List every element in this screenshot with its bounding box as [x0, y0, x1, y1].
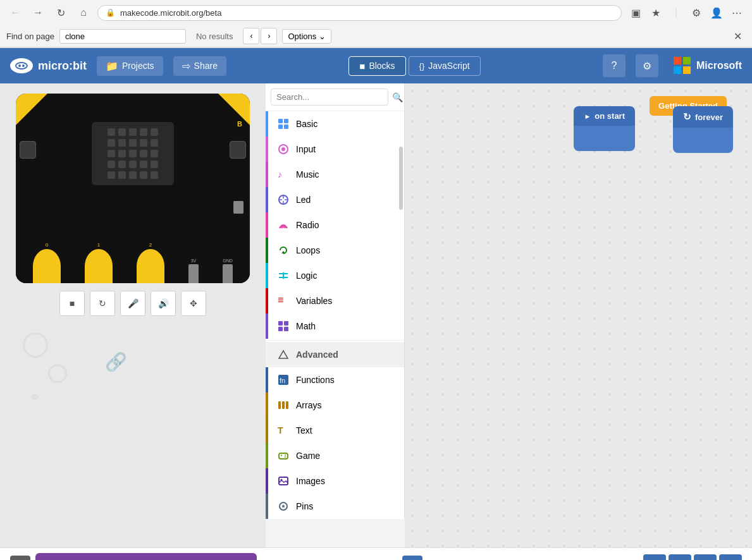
svg-text:T: T [278, 425, 283, 435]
led-1-4 [151, 139, 158, 147]
share-icon: ⇨ [182, 60, 190, 72]
logo-text: micro:bit [38, 59, 87, 73]
download-button[interactable]: ⬇ Download [35, 553, 257, 560]
led-4-3 [140, 171, 147, 179]
svg-rect-12 [278, 327, 283, 331]
record-button[interactable]: 🎤 [120, 291, 145, 316]
sidebar-item-input[interactable]: Input [266, 137, 404, 162]
share-button[interactable]: ⇨ Share [173, 56, 226, 76]
reader-view-button[interactable]: ▣ [627, 4, 644, 21]
home-button[interactable]: ⌂ [75, 4, 92, 21]
javascript-tab[interactable]: {} JavaScript [409, 56, 481, 76]
sidebar-item-variables[interactable]: ≡ Variables [266, 288, 404, 313]
button-b[interactable] [230, 141, 246, 159]
led-3-1 [118, 161, 126, 168]
sim-controls: ■ ↻ 🎤 🔊 ✥ [59, 291, 206, 316]
ms-square-yellow [683, 66, 691, 74]
mute-button[interactable]: 🔊 [151, 291, 176, 316]
sidebar-item-loops[interactable]: Loops [266, 238, 404, 263]
forward-button[interactable]: → [29, 4, 47, 21]
blocks-tab[interactable]: ■ Blocks [348, 56, 405, 76]
ms-square-green [683, 57, 691, 64]
sidebar-item-label: Game [296, 451, 320, 461]
pin-0[interactable]: 0 [33, 242, 61, 283]
sidebar-item-led[interactable]: Led [266, 187, 404, 212]
logo-oval [10, 58, 33, 73]
radio-icon [277, 219, 290, 231]
find-options-button[interactable]: Options ⌄ [282, 29, 331, 44]
workspace[interactable]: Getting Started ► on start ↻ forever [405, 83, 752, 547]
search-icon: 🔍 [392, 92, 403, 102]
bookmark-button[interactable]: ★ [647, 4, 665, 21]
sidebar-item-advanced[interactable]: Advanced [266, 342, 404, 367]
sidebar-item-basic[interactable]: Basic [266, 111, 404, 137]
forever-block[interactable]: ↻ forever [673, 106, 733, 153]
toolbox-scrollbar[interactable] [398, 109, 404, 547]
led-3-3 [140, 161, 147, 168]
stop-button[interactable]: ■ [59, 291, 85, 316]
fullscreen-icon: ✥ [190, 298, 197, 308]
undo-redo-group: ↩ ↪ + − [643, 554, 742, 561]
pin-gnd: GND [223, 259, 233, 283]
projects-button[interactable]: 📁 Projects [97, 56, 163, 76]
options-label: Options [288, 32, 316, 41]
forever-body [673, 128, 733, 153]
ms-square-red [674, 57, 681, 64]
sidebar-item-radio[interactable]: Radio [266, 212, 404, 238]
microsoft-label: Microsoft [696, 60, 742, 71]
more-button[interactable]: ⋯ [728, 4, 746, 21]
fullscreen-button[interactable]: ✥ [181, 291, 206, 316]
zoom-out-button[interactable]: − [719, 554, 742, 561]
help-button[interactable]: ? [603, 54, 626, 77]
zoom-in-button[interactable]: + [694, 554, 717, 561]
redo-button[interactable]: ↪ [669, 554, 691, 561]
search-input[interactable] [271, 88, 388, 106]
sidebar-item-pins[interactable]: Pins [266, 494, 404, 519]
find-next-button[interactable]: › [261, 28, 277, 44]
sidebar-item-game[interactable]: Game [266, 443, 404, 468]
sidebar-item-math[interactable]: Math [266, 313, 404, 339]
button-a[interactable] [20, 141, 36, 159]
svg-text:fn: fn [280, 377, 285, 384]
save-project-button[interactable]: 💾 [402, 556, 422, 561]
pin-1-label: 1 [97, 242, 100, 248]
find-prev-button[interactable]: ‹ [243, 28, 259, 44]
blocks-label: Blocks [369, 61, 395, 71]
workspace-grid [405, 83, 752, 547]
back-button[interactable]: ← [6, 4, 24, 21]
deco-link-icon: 🔗 [105, 351, 127, 372]
on-start-cap: ► on start [574, 106, 635, 126]
sidebar-item-arrays[interactable]: Arrays [266, 393, 404, 418]
project-name-input[interactable] [272, 557, 398, 561]
sidebar-item-images[interactable]: Images [266, 468, 404, 494]
toolbox-search: 🔍 [266, 83, 404, 111]
find-input[interactable] [59, 29, 186, 44]
browser-icons: ▣ ★ | ⚙ 👤 ⋯ [627, 4, 746, 21]
sidebar-item-functions[interactable]: fn Functions [266, 367, 404, 393]
pin-1[interactable]: 1 [85, 242, 113, 283]
find-nav: ‹ › [243, 28, 277, 44]
sidebar-item-music[interactable]: ♪ Music [266, 162, 404, 187]
led-0-4 [151, 128, 158, 136]
svg-rect-13 [284, 327, 288, 331]
settings-button[interactable]: ⚙ [636, 54, 658, 77]
undo-button[interactable]: ↩ [643, 554, 666, 561]
led-2-2 [129, 150, 137, 157]
pin-2[interactable]: 2 [137, 242, 164, 283]
profile-button[interactable]: 👤 [708, 4, 725, 21]
collapse-sidebar-button[interactable]: ◀ [10, 556, 30, 561]
extensions-button[interactable]: ⚙ [687, 4, 705, 21]
basic-icon [277, 118, 290, 130]
browser-chrome: ← → ↻ ⌂ 🔒 makecode.microbit.org/beta ▣ ★… [0, 0, 752, 48]
refresh-button[interactable]: ↻ [52, 4, 70, 21]
led-grid [102, 123, 163, 184]
toolbox-wrapper: 🔍 Basic Input ♪ Music Led Radio Loops Lo… [266, 83, 405, 547]
restart-button[interactable]: ↻ [90, 291, 115, 316]
main-area: B A 0 1 2 [0, 83, 752, 547]
find-close-button[interactable]: ✕ [729, 28, 746, 44]
pin-0-body [33, 249, 61, 283]
on-start-block[interactable]: ► on start [574, 106, 635, 151]
sidebar-item-text[interactable]: T Text [266, 418, 404, 443]
led-1-3 [140, 139, 147, 147]
sidebar-item-logic[interactable]: Logic [266, 263, 404, 288]
